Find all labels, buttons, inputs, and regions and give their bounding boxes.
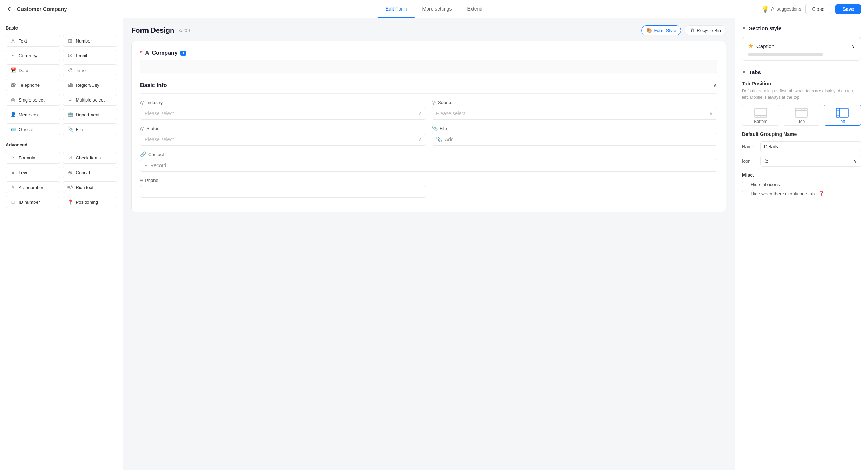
misc-title: Misc. <box>742 172 861 178</box>
industry-label: Industry <box>146 100 163 105</box>
page-title: Customer Company <box>17 6 67 12</box>
field-positioning[interactable]: 📍 Positioning <box>63 196 117 208</box>
file-field: 📎 File 📎 Add <box>432 125 717 146</box>
add-record-plus-icon: + <box>145 163 147 168</box>
text-field-icon: A <box>10 38 16 44</box>
tabs-header[interactable]: ▼ Tabs <box>742 69 861 75</box>
tab-position-top-label: Top <box>785 119 817 124</box>
field-time[interactable]: ⏱ Time <box>63 64 117 76</box>
contact-label: Contact <box>148 152 164 157</box>
field-file[interactable]: 📎 File <box>63 123 117 135</box>
contact-add-record[interactable]: + Record <box>140 159 717 172</box>
tab-position-label: Tab Position <box>742 81 861 86</box>
tab-position-top[interactable]: Top <box>783 105 820 126</box>
section-style-header[interactable]: ▼ Section style <box>742 25 861 31</box>
field-members[interactable]: 👤 Members <box>6 109 60 120</box>
company-input[interactable] <box>140 60 717 73</box>
caption-chevron-icon: ∨ <box>851 43 855 49</box>
field-multiple-select[interactable]: ≡ Multiple select <box>63 94 117 106</box>
tab-position-left-label: left <box>826 119 859 124</box>
date-field-icon: 📅 <box>10 67 16 73</box>
status-placeholder: Please select <box>145 137 174 142</box>
tab-position-bottom[interactable]: Bottom <box>742 105 779 126</box>
recycle-bin-label: Recycle Bin <box>697 28 721 33</box>
form-style-label: Form Style <box>654 28 676 33</box>
caption-star-icon: ★ <box>748 42 754 50</box>
field-department[interactable]: 🏢 Department <box>63 109 117 120</box>
field-currency[interactable]: $ Currency <box>6 50 60 61</box>
department-icon: 🏢 <box>67 112 73 117</box>
source-select[interactable]: Please select ∨ <box>432 107 717 120</box>
field-rich-text[interactable]: ≡A Rich text <box>63 181 117 193</box>
field-formula[interactable]: fx Formula <box>6 152 60 164</box>
source-chevron-icon: ∨ <box>709 111 713 116</box>
caption-card[interactable]: ★ Caption ∨ <box>742 37 861 61</box>
company-label-row: * A Company T <box>140 50 717 56</box>
field-check-items[interactable]: ☑ Check items <box>63 152 117 164</box>
left-panel: Basic A Text ⊞ Number $ Currency ✉ Email <box>0 18 123 470</box>
phone-input[interactable] <box>140 185 426 198</box>
file-add-button[interactable]: 📎 Add <box>432 133 717 146</box>
status-chevron-icon: ∨ <box>418 137 421 142</box>
grouping-name-input[interactable] <box>760 141 861 152</box>
field-time-label: Time <box>76 68 86 73</box>
field-concat[interactable]: ⊕ Concat <box>63 167 117 178</box>
form-design-title: Form Design <box>131 26 174 34</box>
industry-chevron-icon: ∨ <box>418 111 421 116</box>
close-button[interactable]: Close <box>805 4 831 14</box>
required-star: * <box>140 50 142 56</box>
industry-field: ◎ Industry Please select ∨ <box>140 99 426 120</box>
concat-icon: ⊕ <box>67 170 73 175</box>
tab-more-settings[interactable]: More settings <box>415 0 460 18</box>
hide-single-tab-checkbox[interactable] <box>742 191 747 196</box>
section-name: Basic Info <box>140 82 167 89</box>
tab-position-bottom-label: Bottom <box>744 119 777 124</box>
formula-icon: fx <box>10 155 16 160</box>
misc-hide-single-tab: Hide when there is only one tab ❓ <box>742 191 861 196</box>
field-formula-label: Formula <box>19 155 35 161</box>
basic-info-section-header: Basic Info ∧ <box>140 81 717 94</box>
save-button[interactable]: Save <box>835 4 861 14</box>
tab-edit-form[interactable]: Edit Form <box>378 0 415 18</box>
field-level[interactable]: ★ Level <box>6 167 60 178</box>
file-field-icon: 📎 <box>432 125 438 131</box>
hide-single-tab-label: Hide when there is only one tab <box>751 191 815 196</box>
field-email-label: Email <box>76 53 87 58</box>
section-style-title: Section style <box>749 25 782 31</box>
field-telephone[interactable]: ☎ Telephone <box>6 79 60 91</box>
field-id-number[interactable]: □ ID number <box>6 196 60 208</box>
recycle-bin-button[interactable]: 🗑 Recycle Bin <box>685 25 726 35</box>
field-text[interactable]: A Text <box>6 35 60 47</box>
back-button[interactable]: Customer Company <box>7 6 67 12</box>
form-style-icon: 🎨 <box>646 28 652 33</box>
misc-section: Misc. Hide tab icons Hide when there is … <box>742 172 861 196</box>
field-o-roles[interactable]: 🪪 O-roles <box>6 123 60 135</box>
field-region-city[interactable]: 🏙 Region/City <box>63 79 117 91</box>
caption-preview <box>748 53 823 56</box>
help-icon[interactable]: ❓ <box>818 191 824 196</box>
status-select[interactable]: Please select ∨ <box>140 133 426 146</box>
members-icon: 👤 <box>10 112 16 117</box>
grouping-icon-select[interactable]: 🗂 ∨ <box>760 156 861 167</box>
form-card: * A Company T Basic Info ∧ ◎ Industry <box>131 41 726 212</box>
field-autonumber[interactable]: # Autonumber <box>6 181 60 193</box>
name-row-label: Name <box>742 144 756 149</box>
field-date[interactable]: 📅 Date <box>6 64 60 76</box>
field-single-select[interactable]: ◎ Single select <box>6 94 60 106</box>
center-panel: Form Design 8/200 🎨 Form Style 🗑 Recycle… <box>123 18 735 470</box>
tab-extend[interactable]: Extend <box>460 0 491 18</box>
field-currency-label: Currency <box>19 53 37 58</box>
field-email[interactable]: ✉ Email <box>63 50 117 61</box>
o-roles-icon: 🪪 <box>10 126 16 132</box>
field-region-label: Region/City <box>76 83 99 88</box>
tab-position-left[interactable]: left <box>824 105 861 126</box>
section-style-panel: ▼ Section style ★ Caption ∨ <box>742 25 861 61</box>
region-field-icon: 🏙 <box>67 82 73 88</box>
hide-tab-icons-checkbox[interactable] <box>742 182 747 187</box>
autonumber-icon: # <box>10 184 16 190</box>
form-style-button[interactable]: 🎨 Form Style <box>641 25 682 35</box>
industry-select[interactable]: Please select ∨ <box>140 107 426 120</box>
ai-suggestions-button[interactable]: 💡 AI suggestions <box>761 5 801 13</box>
field-number[interactable]: ⊞ Number <box>63 35 117 47</box>
section-collapse-button[interactable]: ∧ <box>713 81 717 89</box>
